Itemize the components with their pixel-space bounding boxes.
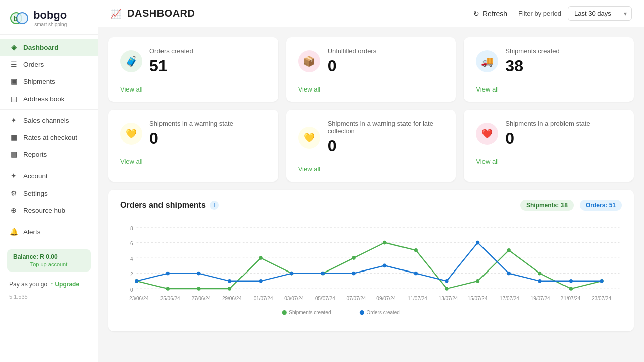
refresh-icon: ↻	[473, 10, 479, 18]
svg-point-63	[360, 310, 364, 315]
shipments-warning-late-value: 0	[328, 137, 444, 155]
shipments-warning-view-all[interactable]: View all	[120, 158, 143, 165]
sidebar-item-label: Shipments	[23, 78, 55, 85]
nav-divider-3	[0, 221, 98, 221]
resource-hub-icon: ⊕	[9, 206, 18, 214]
svg-text:09/07/24: 09/07/24	[376, 296, 396, 301]
sidebar-item-orders[interactable]: ☰ Orders	[0, 56, 98, 73]
dashboard-icon: ◈	[9, 43, 18, 51]
sidebar-item-label: Address book	[23, 95, 65, 103]
orders-created-icon: 🧳	[120, 50, 142, 72]
svg-point-43	[569, 279, 573, 283]
chart-info-icon[interactable]: i	[210, 201, 219, 210]
sidebar-item-settings[interactable]: ⚙ Settings	[0, 185, 98, 202]
plan-info: Pay as you go ↑ Upgrade	[0, 277, 98, 292]
svg-point-34	[290, 272, 293, 276]
unfulfilled-orders-icon: 📦	[298, 50, 320, 72]
stat-cards-grid: 🧳 Orders created 51 View all 📦 Unfulfill…	[108, 37, 634, 102]
orders-created-view-all[interactable]: View all	[120, 85, 143, 93]
shipments-problem-view-all[interactable]: View all	[476, 158, 499, 165]
sidebar-item-label: Rates at checkout	[23, 134, 77, 141]
svg-point-44	[600, 279, 603, 283]
sidebar-item-address-book[interactable]: ▤ Address book	[0, 90, 98, 107]
sidebar-item-rates-at-checkout[interactable]: ▦ Rates at checkout	[0, 129, 98, 146]
filter-label: Filter by period	[518, 10, 561, 17]
card-shipments-warning-late: 💛 Shipments in a warning state for late …	[286, 110, 456, 182]
legend-shipments: Shipments: 38	[520, 200, 574, 211]
svg-point-21	[383, 241, 386, 245]
sidebar-item-sales-channels[interactable]: ✦ Sales channels	[0, 112, 98, 129]
chart-title: Orders and shipments i	[120, 201, 219, 210]
sidebar-item-label: Resource hub	[23, 207, 65, 214]
page-title: DASHBOARD	[127, 8, 462, 19]
sidebar-item-label: Reports	[23, 151, 47, 158]
period-select-wrapper: Last 30 days Last 7 days Last 90 days Cu…	[568, 6, 632, 21]
sidebar-item-dashboard[interactable]: ◈ Dashboard	[0, 39, 98, 56]
upgrade-link[interactable]: ↑ Upgrade	[50, 281, 79, 288]
rates-icon: ▦	[9, 133, 18, 141]
shipments-created-view-all[interactable]: View all	[476, 85, 499, 93]
account-icon: ✦	[9, 172, 18, 180]
svg-point-42	[538, 279, 541, 283]
svg-text:21/07/24: 21/07/24	[561, 296, 581, 301]
balance-box[interactable]: Balance: R 0.00 Top up account	[7, 249, 91, 272]
sidebar-item-label: Account	[23, 172, 48, 180]
svg-point-27	[569, 287, 573, 291]
svg-text:13/07/24: 13/07/24	[439, 296, 458, 301]
card-orders-created: 🧳 Orders created 51 View all	[108, 37, 278, 102]
svg-text:19/07/24: 19/07/24	[531, 296, 550, 301]
shipments-warning-icon: 💛	[120, 123, 142, 145]
sidebar-item-account[interactable]: ✦ Account	[0, 167, 98, 185]
sidebar-item-reports[interactable]: ▤ Reports	[0, 146, 98, 163]
svg-text:23/07/24: 23/07/24	[592, 296, 611, 301]
stat-cards-grid-2: 💛 Shipments in a warning state 0 View al…	[108, 110, 634, 182]
unfulfilled-orders-view-all[interactable]: View all	[298, 85, 321, 93]
orders-created-label: Orders created	[149, 47, 193, 55]
shipments-problem-label: Shipments in a problem state	[505, 120, 590, 127]
svg-text:17/07/24: 17/07/24	[500, 296, 519, 301]
sidebar-item-alerts[interactable]: 🔔 Alerts	[0, 223, 98, 240]
refresh-button[interactable]: ↻ Refresh	[468, 7, 512, 21]
svg-text:2: 2	[130, 272, 133, 277]
plan-label: Pay as you go	[9, 281, 47, 288]
card-unfulfilled-orders: 📦 Unfulfilled orders 0 View all	[286, 37, 456, 102]
svg-point-30	[166, 272, 170, 276]
svg-text:01/07/24: 01/07/24	[254, 296, 273, 301]
svg-point-40	[476, 241, 479, 245]
svg-point-23	[445, 287, 448, 291]
dashboard-chart-icon: 📈	[110, 8, 121, 19]
logo-icon: b	[9, 8, 29, 28]
svg-point-37	[383, 264, 386, 268]
sidebar-item-resource-hub[interactable]: ⊕ Resource hub	[0, 202, 98, 219]
logo-area: b bobgo smart shipping	[0, 0, 98, 35]
period-select[interactable]: Last 30 days Last 7 days Last 90 days Cu…	[568, 6, 632, 21]
svg-point-33	[259, 279, 263, 283]
shipments-warning-label: Shipments in a warning state	[149, 120, 233, 127]
card-shipments-created: 🚚 Shipments created 38 View all	[464, 37, 634, 102]
svg-point-17	[259, 256, 263, 260]
shipments-problem-icon: ❤️	[476, 123, 498, 145]
sales-channels-icon: ✦	[9, 116, 18, 124]
sidebar: b bobgo smart shipping ◈ Dashboard ☰ Ord…	[0, 0, 98, 362]
svg-point-39	[445, 279, 448, 283]
chart-section: Orders and shipments i Shipments: 38 Ord…	[108, 190, 634, 331]
unfulfilled-orders-label: Unfulfilled orders	[328, 47, 377, 55]
svg-text:27/06/24: 27/06/24	[191, 296, 211, 301]
sidebar-item-label: Orders	[23, 61, 44, 68]
svg-text:Shipments created: Shipments created	[289, 310, 331, 315]
sidebar-item-label: Dashboard	[23, 44, 59, 51]
shipments-warning-late-view-all[interactable]: View all	[298, 165, 321, 173]
shipments-warning-value: 0	[149, 129, 233, 148]
shipments-created-value: 38	[505, 57, 559, 75]
svg-point-61	[282, 310, 287, 315]
settings-icon: ⚙	[9, 189, 18, 197]
dashboard-content: 🧳 Orders created 51 View all 📦 Unfulfill…	[98, 27, 644, 362]
svg-point-22	[414, 248, 418, 252]
sidebar-item-shipments[interactable]: ▣ Shipments	[0, 73, 98, 90]
line-chart: .grid-line { stroke: #e0e0e0; stroke-wid…	[120, 219, 622, 319]
shipments-warning-late-icon: 💛	[298, 127, 320, 149]
svg-text:Orders created: Orders created	[366, 310, 400, 315]
legend-orders: Orders: 51	[580, 200, 622, 211]
logo-text: bobgo	[33, 10, 67, 21]
svg-text:29/06/24: 29/06/24	[222, 296, 242, 301]
